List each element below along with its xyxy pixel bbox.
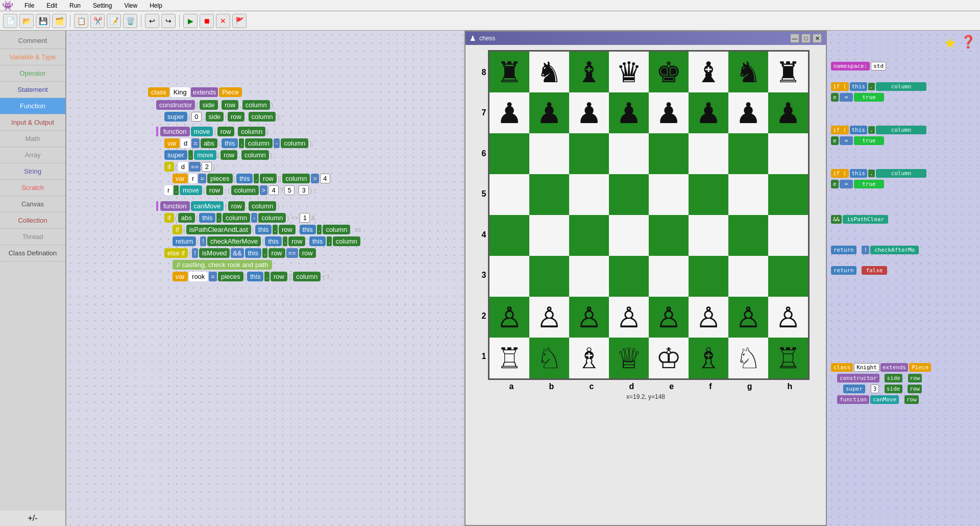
super-column[interactable]: column — [249, 112, 276, 122]
col-label2[interactable]: column — [876, 126, 927, 134]
cell-b5[interactable] — [529, 174, 569, 215]
k-side[interactable]: side — [885, 374, 902, 382]
cell-f6[interactable] — [689, 133, 728, 174]
toolbar-close[interactable]: ✕ — [216, 14, 230, 28]
cell-f3[interactable] — [689, 256, 728, 297]
fn-move-column[interactable]: column — [238, 127, 265, 136]
var-row2[interactable]: row — [299, 248, 316, 258]
toolbar-new[interactable]: 📄 — [3, 14, 17, 28]
sidebar-item-io[interactable]: Input & Output — [0, 114, 65, 131]
k-side2[interactable]: side — [885, 385, 902, 393]
code-area[interactable]: class King extends Piece constructor ( s… — [66, 31, 464, 526]
toolbar-delete[interactable]: 🗑️ — [123, 14, 137, 28]
rm-row[interactable]: row — [206, 185, 223, 195]
menu-edit[interactable]: Edit — [43, 1, 60, 10]
cell-d1[interactable]: ♕ — [609, 338, 649, 378]
cell-b8[interactable]: ♞ — [529, 52, 569, 92]
true-label3[interactable]: true — [854, 180, 884, 188]
this-col2[interactable]: column — [223, 213, 250, 223]
super-side[interactable]: side — [206, 112, 224, 122]
cell-a7[interactable]: ♟ — [489, 92, 529, 133]
sidebar-item-scratch[interactable]: Scratch — [0, 180, 65, 196]
piece-knight[interactable]: Piece — [909, 363, 931, 372]
cell-b7[interactable]: ♟ — [529, 92, 569, 133]
sidebar-item-function[interactable]: Function — [0, 98, 65, 114]
sm-col[interactable]: column — [241, 150, 269, 160]
fn-abs2[interactable]: abs — [178, 213, 195, 223]
chess-minimize[interactable]: — — [790, 34, 799, 43]
fn-canmove[interactable]: canMove — [191, 201, 224, 211]
sidebar-item-array[interactable]: Array — [0, 147, 65, 163]
fn-move-row[interactable]: row — [217, 127, 234, 136]
val-3[interactable]: 3 — [299, 185, 309, 195]
menu-run[interactable]: Run — [66, 1, 84, 10]
cell-e5[interactable] — [649, 174, 689, 215]
class-name-king[interactable]: King — [170, 87, 190, 97]
cell-d4[interactable] — [609, 215, 649, 256]
toolbar-edit[interactable]: 📝 — [107, 14, 121, 28]
this-col3[interactable]: column — [323, 225, 350, 234]
canmove-knight-fn[interactable]: canMove — [870, 395, 899, 404]
menu-view[interactable]: View — [121, 1, 140, 10]
true-label2[interactable]: true — [854, 136, 884, 145]
cell-d2[interactable]: ♙ — [609, 297, 649, 338]
cell-a5[interactable] — [489, 174, 529, 215]
menu-setting[interactable]: Setting — [90, 1, 115, 10]
cell-g2[interactable]: ♙ — [728, 297, 768, 338]
toolbar-save[interactable]: 💾 — [36, 14, 50, 28]
cell-h8[interactable]: ♜ — [768, 52, 808, 92]
cell-a4[interactable] — [489, 215, 529, 256]
cell-a2[interactable]: ♙ — [489, 297, 529, 338]
cell-a8[interactable]: ♜ — [489, 52, 529, 92]
cell-f5[interactable] — [689, 174, 728, 215]
cell-h5[interactable] — [768, 174, 808, 215]
cell-a3[interactable] — [489, 256, 529, 297]
cell-e8[interactable]: ♚ — [649, 52, 689, 92]
if-val-2[interactable]: 2 — [202, 162, 212, 172]
var-pieces[interactable]: pieces — [207, 174, 233, 183]
param-row[interactable]: row — [222, 100, 238, 110]
var-pieces2[interactable]: pieces — [218, 272, 243, 281]
this-row[interactable]: row — [260, 174, 277, 183]
cell-h1[interactable]: ♖ — [768, 338, 808, 378]
sidebar-item-math[interactable]: Math — [0, 131, 65, 147]
cell-d8[interactable]: ♛ — [609, 52, 649, 92]
cell-g1[interactable]: ♘ — [728, 338, 768, 378]
chess-close[interactable]: ✕ — [813, 34, 822, 43]
cell-e2[interactable]: ♙ — [649, 297, 689, 338]
cell-c3[interactable] — [569, 256, 609, 297]
cell-c1[interactable]: ♗ — [569, 338, 609, 378]
var-d-name[interactable]: d — [181, 138, 190, 148]
sidebar-item-comment[interactable]: Comment — [0, 33, 65, 49]
k-row2[interactable]: row — [908, 385, 922, 393]
true-label1[interactable]: true — [854, 93, 884, 102]
toolbar-cut[interactable]: ✂️ — [90, 14, 105, 28]
cell-f7[interactable]: ♟ — [689, 92, 728, 133]
rm-col[interactable]: column — [231, 185, 259, 195]
fn-name-move[interactable]: move — [191, 127, 213, 136]
sidebar-item-thread[interactable]: Thread — [0, 229, 65, 245]
star-icon[interactable]: ★ — [944, 35, 957, 52]
toolbar-redo[interactable]: ↪ — [161, 14, 176, 28]
fn-move2[interactable]: move — [194, 150, 216, 160]
val-4b[interactable]: 4 — [268, 185, 279, 195]
col-var[interactable]: column — [282, 174, 310, 183]
super-row[interactable]: row — [228, 112, 244, 122]
chess-maximize[interactable]: □ — [801, 34, 811, 43]
toolbar-copy[interactable]: 📋 — [74, 14, 88, 28]
var-column[interactable]: column — [281, 138, 308, 148]
sidebar-item-canvas[interactable]: Canvas — [0, 196, 65, 212]
var-r2[interactable]: r — [164, 185, 173, 195]
var-rook[interactable]: rook — [189, 272, 208, 281]
sidebar-item-string[interactable]: String — [0, 163, 65, 180]
help-icon[interactable]: ❓ — [961, 35, 976, 52]
super-param-0[interactable]: 0 — [191, 112, 202, 122]
val-1[interactable]: 1 — [300, 213, 310, 223]
sidebar-item-variable[interactable]: Variable & Type — [0, 49, 65, 65]
this-row5[interactable]: row — [271, 272, 287, 281]
this-column[interactable]: column — [245, 138, 273, 148]
cell-h3[interactable] — [768, 256, 808, 297]
cell-d3[interactable] — [609, 256, 649, 297]
fn-abs[interactable]: abs — [201, 138, 217, 148]
cell-c4[interactable] — [569, 215, 609, 256]
